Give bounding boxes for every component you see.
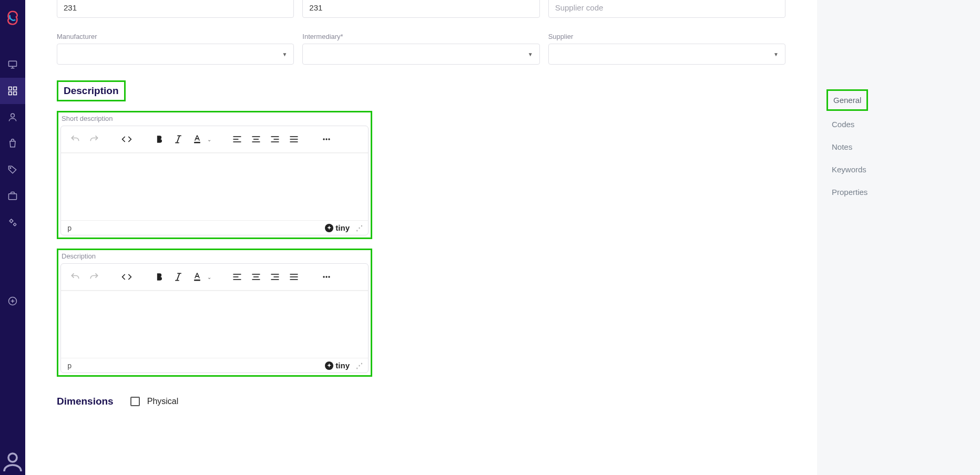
svg-point-15 — [8, 453, 17, 462]
italic-icon[interactable] — [169, 130, 187, 148]
description-heading: Description — [57, 80, 126, 101]
editor-status-bar: p ✦tiny⋰ — [61, 358, 368, 373]
physical-checkbox[interactable] — [130, 397, 140, 406]
svg-rect-6 — [14, 92, 17, 95]
code-input-1[interactable] — [57, 0, 294, 18]
nav-profile-icon[interactable] — [0, 449, 25, 475]
nav-monitor-icon[interactable] — [0, 51, 25, 78]
nav-dashboard-icon[interactable] — [0, 78, 25, 104]
panel-link-codes[interactable]: Codes — [826, 115, 860, 133]
svg-line-37 — [177, 273, 180, 280]
resize-handle-icon[interactable]: ⋰ — [356, 224, 363, 232]
text-color-caret[interactable]: ⌄ — [205, 274, 213, 280]
tiny-logo: ✦tiny⋰ — [325, 361, 363, 370]
svg-point-52 — [325, 276, 327, 277]
more-icon[interactable] — [318, 268, 335, 286]
nav-bag-icon[interactable] — [0, 130, 25, 157]
align-right-icon[interactable] — [266, 130, 284, 148]
svg-rect-19 — [194, 142, 200, 143]
nav-add-icon[interactable] — [0, 288, 25, 314]
undo-icon[interactable] — [66, 130, 84, 148]
nav-tag-icon[interactable] — [0, 157, 25, 183]
align-justify-icon[interactable] — [285, 268, 303, 286]
more-icon[interactable] — [318, 130, 335, 148]
physical-label: Physical — [147, 397, 179, 406]
intermediary-select[interactable]: ▼ — [302, 44, 539, 65]
supplier-label: Supplier — [548, 33, 785, 40]
code-icon[interactable] — [118, 268, 136, 286]
dimensions-heading: Dimensions — [57, 396, 114, 407]
svg-point-11 — [14, 223, 16, 225]
intermediary-label: Intermediary* — [302, 33, 539, 40]
editor-path: p — [67, 362, 72, 370]
redo-icon[interactable] — [85, 130, 103, 148]
nav-user-icon[interactable] — [0, 104, 25, 130]
caret-down-icon: ▼ — [528, 51, 533, 57]
svg-line-18 — [177, 136, 180, 142]
dimensions-row: Dimensions Physical — [57, 396, 785, 407]
svg-rect-0 — [9, 61, 17, 66]
svg-rect-3 — [9, 87, 12, 90]
bold-icon[interactable] — [150, 130, 168, 148]
panel-link-keywords[interactable]: Keywords — [826, 160, 872, 179]
svg-point-51 — [323, 276, 324, 277]
supplier-select[interactable]: ▼ — [548, 44, 785, 65]
align-center-icon[interactable] — [247, 268, 265, 286]
caret-down-icon: ▼ — [773, 51, 779, 57]
sidebar — [0, 0, 25, 475]
align-left-icon[interactable] — [228, 268, 246, 286]
align-left-icon[interactable] — [228, 130, 246, 148]
svg-rect-38 — [194, 280, 200, 281]
align-center-icon[interactable] — [247, 130, 265, 148]
short-description-label: Short description — [62, 115, 369, 122]
text-color-icon[interactable] — [188, 130, 206, 148]
description-highlight: Description ⌄ p — [57, 249, 372, 377]
nav-briefcase-icon[interactable] — [0, 183, 25, 209]
svg-point-53 — [328, 276, 330, 277]
align-justify-icon[interactable] — [285, 130, 303, 148]
brand-logo — [5, 11, 20, 25]
redo-icon[interactable] — [85, 268, 103, 286]
svg-point-32 — [323, 138, 324, 140]
description-editor: ⌄ p ✦tiny⋰ — [60, 263, 369, 373]
bold-icon[interactable] — [150, 268, 168, 286]
editor-toolbar: ⌄ — [61, 126, 368, 153]
align-right-icon[interactable] — [266, 268, 284, 286]
editor-path: p — [67, 224, 72, 232]
svg-point-34 — [328, 138, 330, 140]
code-icon[interactable] — [118, 130, 136, 148]
svg-rect-9 — [9, 194, 17, 200]
panel-link-notes[interactable]: Notes — [826, 138, 858, 156]
panel-link-general[interactable]: General — [826, 89, 868, 111]
nav-settings-icon[interactable] — [0, 209, 25, 235]
panel-link-properties[interactable]: Properties — [826, 183, 873, 201]
text-color-caret[interactable]: ⌄ — [205, 137, 213, 142]
svg-rect-5 — [9, 92, 12, 95]
editor-body[interactable] — [61, 291, 368, 358]
svg-point-33 — [325, 138, 327, 140]
svg-point-8 — [10, 168, 11, 169]
text-color-icon[interactable] — [188, 268, 206, 286]
svg-rect-4 — [14, 87, 17, 90]
italic-icon[interactable] — [169, 268, 187, 286]
manufacturer-label: Manufacturer — [57, 33, 294, 40]
main-content: Manufacturer ▼ Intermediary* ▼ Supplier … — [25, 0, 817, 475]
svg-point-7 — [11, 113, 15, 117]
code-input-2[interactable] — [302, 0, 539, 18]
supplier-code-input[interactable] — [548, 0, 785, 18]
undo-icon[interactable] — [66, 268, 84, 286]
svg-point-10 — [10, 220, 13, 222]
tiny-logo: ✦tiny⋰ — [325, 223, 363, 232]
short-description-editor: ⌄ p ✦tiny⋰ — [60, 126, 369, 235]
short-description-highlight: Short description ⌄ — [57, 111, 372, 239]
resize-handle-icon[interactable]: ⋰ — [356, 362, 363, 369]
caret-down-icon: ▼ — [282, 51, 287, 57]
editor-body[interactable] — [61, 153, 368, 220]
editor-status-bar: p ✦tiny⋰ — [61, 220, 368, 235]
editor-toolbar: ⌄ — [61, 264, 368, 291]
description-label: Description — [62, 252, 369, 260]
manufacturer-select[interactable]: ▼ — [57, 44, 294, 65]
right-panel: General Codes Notes Keywords Properties — [817, 0, 980, 475]
